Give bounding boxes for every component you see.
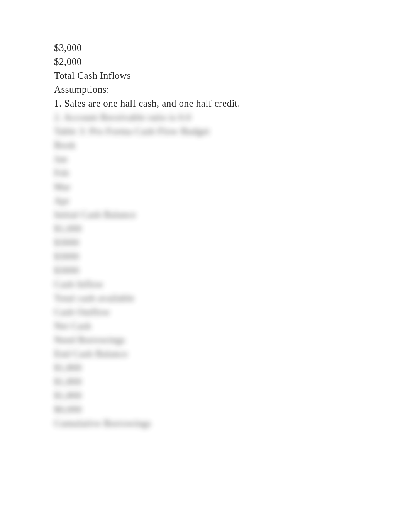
document-line: $1,800	[54, 389, 355, 403]
document-line: Book	[54, 138, 355, 152]
document-line: $1,000	[54, 222, 355, 236]
document-line: Need Borrowings	[54, 333, 355, 347]
document-line: Total cash available	[54, 291, 355, 305]
document-line: $3000	[54, 263, 355, 277]
document-line: Jan	[54, 152, 355, 166]
document-line: $1,800	[54, 361, 355, 375]
document-line: 2. Account Receivable ratio is 0.0	[54, 110, 355, 124]
document-line: $2,000	[54, 55, 355, 69]
document-line: Table 3: Pro Forma Cash Flow Budget	[54, 124, 355, 138]
document-line: 1. Sales are one half cash, and one half…	[54, 97, 355, 110]
document-line: Net Cash	[54, 319, 355, 333]
document-line: Apr	[54, 194, 355, 208]
document-line: Assumptions:	[54, 83, 355, 97]
document-line: Feb	[54, 166, 355, 180]
document-line: $0,000	[54, 403, 355, 416]
document-line: Mar	[54, 180, 355, 194]
document-body: $3,000$2,000Total Cash InflowsAssumption…	[54, 41, 355, 430]
document-line: $1,800	[54, 375, 355, 389]
document-line: End Cash Balance	[54, 347, 355, 361]
document-line: Initial Cash Balance	[54, 208, 355, 222]
document-line: $3000	[54, 236, 355, 250]
document-line: Cash Outflow	[54, 305, 355, 319]
document-line: $3,000	[54, 41, 355, 55]
document-line: Cash Inflow	[54, 277, 355, 291]
document-line: $3000	[54, 250, 355, 263]
document-line: Total Cash Inflows	[54, 69, 355, 83]
document-line: Cumulative Borrowings	[54, 416, 355, 430]
